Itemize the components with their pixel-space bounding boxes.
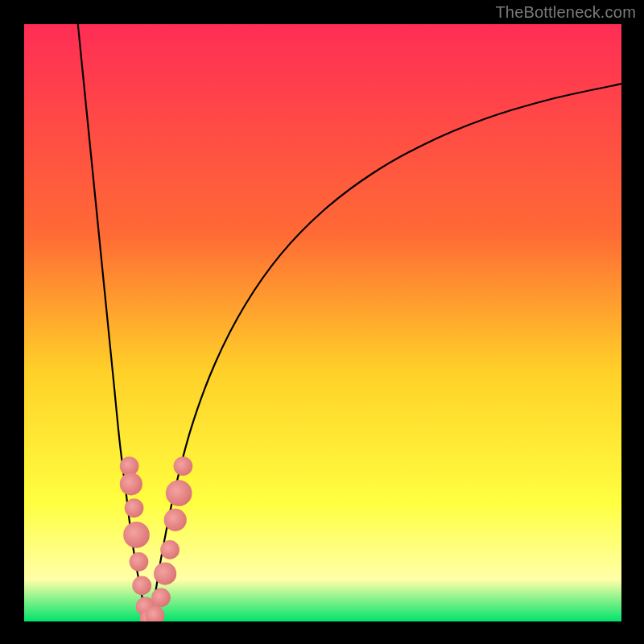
data-marker — [120, 456, 139, 476]
data-marker — [174, 456, 193, 476]
chart-frame: TheBottleneck.com — [0, 0, 644, 644]
chart-svg — [24, 24, 621, 621]
gradient-background — [24, 24, 621, 621]
data-marker — [120, 473, 142, 495]
data-marker — [164, 509, 187, 531]
data-marker — [123, 522, 150, 548]
credit-text: TheBottleneck.com — [495, 3, 636, 22]
data-marker — [130, 552, 149, 572]
data-marker — [154, 563, 176, 585]
data-marker — [166, 480, 192, 506]
data-marker — [151, 588, 171, 607]
data-marker — [132, 576, 151, 596]
plot-area — [24, 24, 621, 621]
data-marker — [125, 498, 144, 518]
data-marker — [160, 540, 180, 559]
